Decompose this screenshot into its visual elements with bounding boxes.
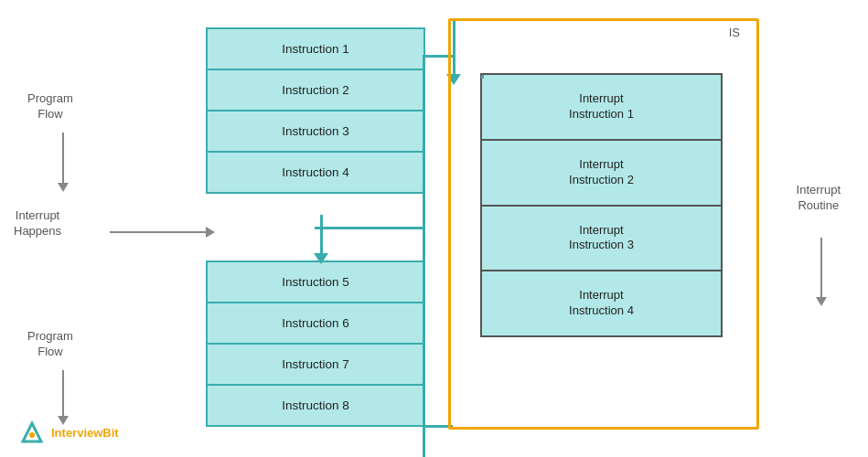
connector-h-mid — [315, 227, 424, 229]
instr-row-1: Instruction 1 — [208, 29, 423, 70]
interrupt-instr-2: Interrupt Instruction 2 — [482, 141, 721, 207]
logo-area: InterviewBit — [18, 419, 119, 446]
instr-row-2: Instruction 2 — [208, 70, 423, 112]
instr-row-7: Instruction 7 — [208, 345, 423, 386]
connector-vertical-right — [423, 55, 425, 457]
arrow-interrupt-happens — [110, 227, 215, 238]
label-program-flow-top: Program Flow — [27, 91, 73, 122]
interviewbit-logo-icon — [18, 419, 46, 446]
arrow-interrupt-routine — [816, 238, 827, 306]
logo-text: InterviewBit — [51, 426, 119, 440]
arrow-program-flow-top — [58, 133, 69, 192]
arrow-to-bottom-block — [314, 215, 328, 264]
is-inner-box: Interrupt Instruction 1 Interrupt Instru… — [480, 73, 723, 337]
arrow-program-flow-bottom — [58, 370, 69, 425]
is-label: IS — [729, 26, 740, 39]
svg-point-1 — [29, 432, 35, 438]
label-interrupt-routine: Interrupt Routine — [797, 183, 841, 214]
top-instruction-block: Instruction 1 Instruction 2 Instruction … — [206, 27, 425, 194]
label-interrupt-happens: Interrupt Happens — [14, 208, 61, 239]
connector-into-inner — [481, 75, 484, 79]
interrupt-instr-4: Interrupt Instruction 4 — [482, 271, 721, 335]
diagram-container: Program Flow Interrupt Happens Program F… — [0, 0, 868, 457]
instr-row-6: Instruction 6 — [208, 303, 423, 345]
bottom-instruction-block: Instruction 5 Instruction 6 Instruction … — [206, 260, 425, 427]
interrupt-instr-3: Interrupt Instruction 3 — [482, 207, 721, 272]
instr-row-3: Instruction 3 — [208, 112, 423, 153]
instr-row-4: Instruction 4 — [208, 153, 423, 192]
label-program-flow-bottom: Program Flow — [27, 329, 73, 360]
instr-row-8: Instruction 8 — [208, 386, 423, 425]
instr-row-5: Instruction 5 — [208, 262, 423, 303]
interrupt-instr-1: Interrupt Instruction 1 — [482, 75, 721, 141]
